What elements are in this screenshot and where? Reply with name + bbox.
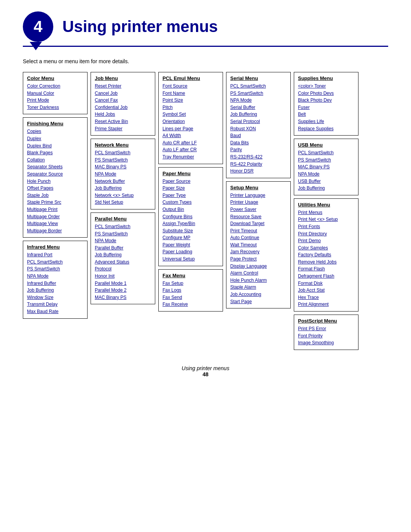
usb-ps-link[interactable]: PS SmartSwitch (298, 157, 354, 164)
prime-stapler-link[interactable]: Prime Stapler (95, 125, 151, 133)
print-demo-link[interactable]: Print Demo (298, 237, 354, 244)
parallel-ps-link[interactable]: PS SmartSwitch (95, 230, 151, 238)
staple-alarm-link[interactable]: Staple Alarm (230, 284, 287, 291)
universal-setup-link[interactable]: Universal Setup (162, 256, 219, 263)
configure-mp-link[interactable]: Configure MP (162, 234, 219, 241)
toner-darkness-link[interactable]: Toner Darkness (27, 104, 83, 111)
baud-link[interactable]: Baud (230, 132, 287, 139)
print-mode-link[interactable]: Print Mode (27, 97, 83, 104)
fax-receive-link[interactable]: Fax Receive (162, 301, 219, 308)
multipage-view-link[interactable]: Multipage View (27, 220, 83, 227)
multipage-print-link[interactable]: Multipage Print (27, 206, 83, 213)
reset-printer-link[interactable]: Reset Printer (95, 83, 151, 90)
infrared-npa-link[interactable]: NPA Mode (27, 273, 83, 280)
honor-dsr-link[interactable]: Honor DSR (230, 168, 287, 175)
wait-timeout-link[interactable]: Wait Timeout (230, 241, 287, 249)
infrared-ps-link[interactable]: PS SmartSwitch (27, 265, 83, 273)
hole-punch-link[interactable]: Hole Punch (27, 178, 83, 185)
rs232-link[interactable]: RS-232/RS-422 (230, 153, 287, 161)
data-bits-link[interactable]: Data Bits (230, 139, 287, 147)
staple-job-link[interactable]: Staple Job (27, 192, 83, 199)
paper-size-link[interactable]: Paper Size (162, 185, 219, 192)
parity-link[interactable]: Parity (230, 146, 287, 153)
infrared-pcl-link[interactable]: PCL SmartSwitch (27, 259, 83, 266)
hex-trace-link[interactable]: Hex Trace (298, 294, 354, 301)
infrared-buffer-link[interactable]: Infrared Buffer (27, 280, 83, 287)
lines-per-page-link[interactable]: Lines per Page (162, 125, 219, 133)
multipage-order-link[interactable]: Multipage Order (27, 213, 83, 220)
duplex-bind-link[interactable]: Duplex Bind (27, 142, 83, 150)
defragment-flash-link[interactable]: Defragment Flash (298, 273, 354, 280)
auto-lf-after-cr-link[interactable]: Auto LF after CR (162, 146, 219, 153)
honor-init-link[interactable]: Honor Init (95, 273, 151, 280)
infrared-port-link[interactable]: Infrared Port (27, 251, 83, 259)
start-page-link[interactable]: Start Page (230, 298, 287, 305)
print-fonts-link[interactable]: Print Fonts (298, 223, 354, 230)
serial-ps-link[interactable]: PS SmartSwitch (230, 90, 287, 97)
color-samples-link[interactable]: Color Samples (298, 244, 354, 252)
color-photo-devs-link[interactable]: Color Photo Devs (298, 90, 354, 97)
assign-type-bin-link[interactable]: Assign Type/Bin (162, 220, 219, 227)
parallel-buffer-link[interactable]: Parallel Buffer (95, 244, 151, 252)
separator-source-link[interactable]: Separator Source (27, 171, 83, 178)
custom-types-link[interactable]: Custom Types (162, 199, 219, 206)
infrared-job-buffering-link[interactable]: Job Buffering (27, 287, 83, 294)
format-disk-link[interactable]: Format Disk (298, 280, 354, 287)
rs422-polarity-link[interactable]: RS-422 Polarity (230, 161, 287, 168)
print-net-setup-link[interactable]: Print Net <x> Setup (298, 216, 354, 223)
job-acct-stat-link[interactable]: Job Acct Stat (298, 287, 354, 294)
advanced-status-link[interactable]: Advanced Status (95, 259, 151, 266)
print-menus-link[interactable]: Print Menus (298, 209, 354, 216)
manual-color-link[interactable]: Manual Color (27, 90, 83, 97)
usb-mac-link[interactable]: MAC Binary PS (298, 163, 354, 171)
fax-setup-link[interactable]: Fax Setup (162, 280, 219, 287)
parallel-job-buffering-link[interactable]: Job Buffering (95, 251, 151, 259)
resource-save-link[interactable]: Resource Save (230, 213, 287, 220)
paper-type-link[interactable]: Paper Type (162, 192, 219, 199)
separator-sheets-link[interactable]: Separator Sheets (27, 163, 83, 171)
print-timeout-link[interactable]: Print Timeout (230, 227, 287, 235)
output-bin-link[interactable]: Output Bin (162, 206, 219, 213)
a4-width-link[interactable]: A4 Width (162, 132, 219, 139)
font-name-link[interactable]: Font Name (162, 90, 219, 97)
duplex-link[interactable]: Duplex (27, 135, 83, 142)
network-x-setup-link[interactable]: Network <x> Setup (95, 192, 151, 199)
font-source-link[interactable]: Font Source (162, 83, 219, 90)
remove-held-jobs-link[interactable]: Remove Held Jobs (298, 259, 354, 266)
serial-pcl-link[interactable]: PCL SmartSwitch (230, 83, 287, 90)
substitute-size-link[interactable]: Substitute Size (162, 227, 219, 235)
usb-buffer-link[interactable]: USB Buffer (298, 178, 354, 185)
parallel-pcl-link[interactable]: PCL SmartSwitch (95, 223, 151, 230)
belt-link[interactable]: Belt (298, 111, 354, 118)
jam-recovery-link[interactable]: Jam Recovery (230, 248, 287, 256)
cancel-job-link[interactable]: Cancel Job (95, 90, 151, 97)
supplies-life-link[interactable]: Supplies Life (298, 118, 354, 125)
staple-prime-src-link[interactable]: Staple Prime Src (27, 199, 83, 206)
serial-job-buffering-link[interactable]: Job Buffering (230, 111, 287, 118)
max-baud-rate-link[interactable]: Max Baud Rate (27, 308, 83, 315)
power-saver-link[interactable]: Power Saver (230, 206, 287, 213)
parallel-mac-link[interactable]: MAC Binary PS (95, 294, 151, 301)
color-correction-link[interactable]: Color Correction (27, 83, 83, 90)
offset-pages-link[interactable]: Offset Pages (27, 185, 83, 192)
paper-weight-link[interactable]: Paper Weight (162, 241, 219, 249)
display-language-link[interactable]: Display Language (230, 263, 287, 270)
download-target-link[interactable]: Download Target (230, 220, 287, 227)
tray-renumber-link[interactable]: Tray Renumber (162, 153, 219, 161)
network-npa-link[interactable]: NPA Mode (95, 171, 151, 178)
font-priority-link[interactable]: Font Priority (298, 332, 354, 340)
network-ps-link[interactable]: PS SmartSwitch (95, 157, 151, 164)
format-flash-link[interactable]: Format Flash (298, 265, 354, 273)
std-net-setup-link[interactable]: Std Net Setup (95, 199, 151, 206)
robust-xon-link[interactable]: Robust XON (230, 125, 287, 133)
usb-pcl-link[interactable]: PCL SmartSwitch (298, 149, 354, 157)
point-size-link[interactable]: Point Size (162, 97, 219, 104)
usb-job-buffering-link[interactable]: Job Buffering (298, 185, 354, 192)
collation-link[interactable]: Collation (27, 157, 83, 164)
black-photo-dev-link[interactable]: Black Photo Dev (298, 97, 354, 104)
factory-defaults-link[interactable]: Factory Defaults (298, 251, 354, 259)
job-accounting-link[interactable]: Job Accounting (230, 291, 287, 298)
fax-logs-link[interactable]: Fax Logs (162, 287, 219, 294)
color-toner-link[interactable]: <color> Toner (298, 83, 354, 90)
copies-link[interactable]: Copies (27, 128, 83, 135)
